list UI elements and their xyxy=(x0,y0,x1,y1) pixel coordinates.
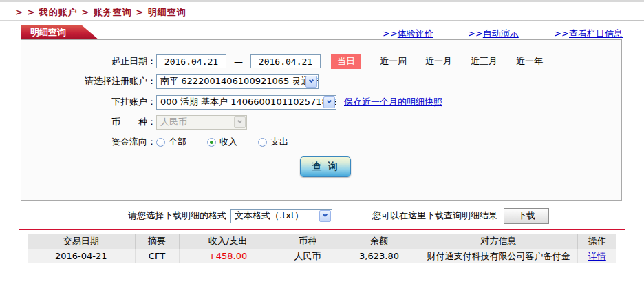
radio-icon xyxy=(258,138,267,147)
cell-balance: 3,623.80 xyxy=(339,249,420,263)
header-summary: 摘要 xyxy=(135,234,179,249)
header-trade-date: 交易日期 xyxy=(28,234,135,249)
register-account-label: 请选择注册账户： xyxy=(21,75,156,88)
header-income-expense: 收入/支出 xyxy=(179,234,277,249)
sub-account-select[interactable]: 000 活期 基本户 1406600101102571848 xyxy=(156,95,336,110)
radio-flow-expense[interactable]: 支出 xyxy=(258,136,288,148)
link-label: 自动演示 xyxy=(483,28,519,39)
link-auto-demo[interactable]: >>自动演示 xyxy=(468,28,519,40)
link-label: 体验评价 xyxy=(398,28,433,39)
currency-value: 人民币 xyxy=(160,116,187,128)
link-label: 查看栏目信息 xyxy=(569,28,623,39)
top-divider xyxy=(0,0,644,2)
quick-range-quarter[interactable]: 近三月 xyxy=(471,55,497,68)
cell-amount: +458.00 xyxy=(179,249,277,263)
breadcrumb-divider xyxy=(0,20,644,21)
date-to-input[interactable] xyxy=(250,54,321,68)
header-balance: 余额 xyxy=(339,234,420,249)
date-from-input[interactable] xyxy=(156,54,226,68)
currency-label: 币 种： xyxy=(21,116,156,128)
register-account-row: 请选择注册账户： 南平 6222001406100921065 灵通卡 xyxy=(21,74,621,89)
download-result-label: 您可以在这里下载查询明细结果 xyxy=(372,210,497,222)
link-column-info[interactable]: >>查看栏目信息 xyxy=(554,28,623,40)
register-account-value: 南平 6222001406100921065 灵通卡 xyxy=(160,75,319,88)
radio-flow-all[interactable]: 全部 xyxy=(156,136,186,148)
download-button[interactable]: 下载 xyxy=(504,208,549,224)
download-row: 请您选择下载明细的格式 文本格式（.txt） 您可以在这里下载查询明细结果 下载 xyxy=(128,207,623,224)
register-account-select[interactable]: 南平 6222001406100921065 灵通卡 xyxy=(156,74,319,89)
cell-trade-date: 2016-04-21 xyxy=(28,249,135,263)
breadcrumb[interactable]: > > 我的账户 > 账务查询 > 明细查询 xyxy=(15,6,186,19)
radio-label: 收入 xyxy=(219,136,237,148)
link-prefix: >> xyxy=(383,28,398,39)
query-button[interactable]: 查 询 xyxy=(300,156,351,177)
radio-label: 支出 xyxy=(270,136,288,148)
link-prefix: >> xyxy=(554,28,569,39)
detail-link[interactable]: 详情 xyxy=(588,251,606,261)
quick-range-today[interactable]: 当日 xyxy=(331,54,361,69)
currency-select-disabled: 人民币 xyxy=(156,115,247,130)
sub-account-value: 000 活期 基本户 1406600101102571848 xyxy=(160,96,336,108)
chevron-down-icon xyxy=(319,210,331,222)
sub-account-row: 下挂账户： 000 活期 基本户 1406600101102571848 保存近… xyxy=(21,94,621,110)
cell-currency: 人民币 xyxy=(277,249,339,263)
link-experience-rating[interactable]: >>体验评价 xyxy=(383,28,433,40)
header-action: 操作 xyxy=(577,234,616,249)
quick-range-month[interactable]: 近一月 xyxy=(425,55,452,68)
radio-checked-icon xyxy=(207,138,216,147)
sub-account-label: 下挂账户： xyxy=(21,96,156,108)
download-format-label: 请您选择下载明细的格式 xyxy=(128,210,226,222)
cell-summary: CFT xyxy=(135,249,179,263)
header-counterparty: 对方信息 xyxy=(420,234,577,249)
fund-flow-row: 资金流向： 全部 收入 支出 xyxy=(21,134,621,150)
currency-row: 币 种： 人民币 xyxy=(21,114,621,130)
chevron-down-icon xyxy=(323,96,335,108)
quick-range-week[interactable]: 近一周 xyxy=(380,55,407,68)
chevron-down-icon xyxy=(305,76,317,88)
result-table: 交易日期 摘要 收入/支出 币种 余额 对方信息 操作 2016-04-21 C… xyxy=(28,234,616,263)
cell-counterparty: 财付通支付科技有限公司客户备付金 xyxy=(420,249,577,263)
fund-flow-label: 资金流向： xyxy=(21,136,156,148)
table-top-divider xyxy=(19,229,625,230)
download-format-value: 文本格式（.txt） xyxy=(235,210,303,222)
radio-flow-income[interactable]: 收入 xyxy=(207,136,237,148)
query-form-panel: 起止日期： — 当日 近一周 近一月 近三月 近一年 请选择注册账户： 南平 6… xyxy=(21,39,622,201)
download-format-select[interactable]: 文本格式（.txt） xyxy=(230,209,332,223)
table-row: 2016-04-21 CFT +458.00 人民币 3,623.80 财付通支… xyxy=(28,249,616,263)
save-snapshot-link[interactable]: 保存近一个月的明细快照 xyxy=(344,96,442,108)
tab-detail-query[interactable]: 明细查询 xyxy=(21,25,99,40)
chevron-down-icon xyxy=(234,116,246,128)
table-header-row: 交易日期 摘要 收入/支出 币种 余额 对方信息 操作 xyxy=(28,234,616,249)
date-range-row: 起止日期： — 当日 近一周 近一月 近三月 近一年 xyxy=(21,54,621,69)
radio-label: 全部 xyxy=(169,136,186,148)
radio-icon xyxy=(156,138,165,147)
quick-range-year[interactable]: 近一年 xyxy=(516,55,543,68)
date-separator: — xyxy=(234,57,243,67)
header-currency: 币种 xyxy=(277,234,339,249)
date-range-label: 起止日期： xyxy=(21,55,156,68)
link-prefix: >> xyxy=(468,28,483,39)
